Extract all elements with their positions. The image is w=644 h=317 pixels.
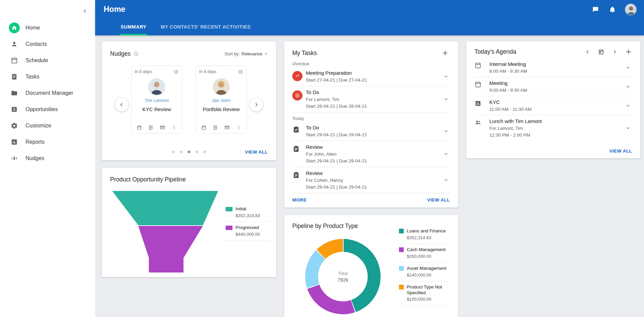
tasks-icon (9, 71, 20, 82)
info-icon[interactable] (134, 51, 139, 56)
column-right: Today's Agenda (466, 41, 640, 158)
folder-icon (9, 88, 20, 99)
task-for: For Lamont, Tim (306, 97, 442, 102)
tasks-view-all-link[interactable]: VIEW ALL (427, 197, 450, 202)
chevron-down-icon[interactable] (442, 95, 450, 103)
nudges-card: Nudges Sort by: Relevance (102, 41, 276, 160)
kebab-menu-icon[interactable] (236, 125, 241, 130)
chevron-down-icon[interactable] (442, 176, 450, 184)
agenda-item-title: Lunch with Tim Lamont (489, 118, 624, 124)
sidebar-item-label: Opportunities (25, 106, 58, 112)
agenda-calendar-icon[interactable] (598, 49, 604, 55)
contact-avatar[interactable] (149, 78, 165, 95)
agenda-row: Lunch with Tim Lamont For Lamont, Tim 12… (474, 115, 632, 141)
legend-swatch (226, 207, 232, 211)
agenda-item-title: KYC (489, 99, 624, 105)
tasks-section-label: Overdue (292, 61, 450, 66)
caret-down-icon (264, 52, 268, 56)
review-icon (292, 144, 306, 153)
agenda-next-button[interactable] (612, 50, 617, 54)
sidebar-item-customize[interactable]: Customize (0, 118, 95, 134)
mail-icon[interactable] (224, 125, 230, 130)
agenda-item-title: Internal Meeting (489, 61, 624, 67)
chevron-down-icon[interactable] (624, 64, 632, 71)
tab-summary[interactable]: SUMMARY (120, 19, 147, 35)
kebab-menu-icon[interactable] (172, 125, 177, 130)
legend-value: $352,314.83 (407, 235, 446, 240)
add-appointment-button[interactable] (625, 48, 632, 55)
sidebar-item-nudges[interactable]: Nudges (0, 150, 95, 166)
funnel-segment-progressed[interactable] (138, 226, 203, 272)
task-title: Review (306, 144, 442, 150)
carousel-dots (172, 151, 206, 153)
tasks-section-label: Today (292, 116, 450, 121)
carousel-dot[interactable] (172, 151, 175, 153)
calendar-icon[interactable] (201, 125, 206, 130)
main-area: Home SUMMARY MY CONTACTS' RECENT ACTIVIT… (95, 0, 644, 317)
legend-name: Initial (236, 206, 260, 212)
mail-icon[interactable] (160, 125, 165, 130)
chevron-down-icon[interactable] (624, 124, 632, 132)
agenda-prev-button[interactable] (586, 50, 590, 54)
agenda-item-for: For Lamont, Tim (489, 126, 624, 131)
task-title: To Do (306, 125, 442, 130)
contact-name-link[interactable]: Jan John (212, 98, 231, 103)
sidebar-item-tasks[interactable]: Tasks (0, 69, 95, 85)
carousel-dot[interactable] (195, 151, 198, 153)
calendar-icon[interactable] (137, 125, 142, 130)
gear-icon (9, 120, 20, 131)
task-row: To Do For Lamont, Tim Start 28-04-21 | D… (292, 86, 450, 112)
funnel-segment-initial[interactable] (112, 191, 218, 225)
contact-name-link[interactable]: Tim Lamont (145, 98, 169, 103)
nudge-task-title: KYC Review (142, 106, 171, 112)
tasks-more-link[interactable]: MORE (292, 197, 307, 202)
carousel-dot[interactable] (188, 151, 190, 153)
bell-icon[interactable] (608, 5, 617, 14)
sidebar-item-opportunities[interactable]: $ Opportunities (0, 101, 95, 118)
chevron-down-icon[interactable] (442, 72, 450, 80)
contact-avatar[interactable] (213, 78, 229, 95)
product-type-donut[interactable]: Total 792k (305, 239, 381, 314)
note-icon[interactable] (213, 125, 218, 130)
chevron-down-icon[interactable] (442, 150, 450, 158)
sidebar-collapse-button[interactable] (80, 5, 90, 16)
carousel-dot[interactable] (180, 151, 182, 153)
task-row: Meeting Preparation Start 27-04-21 | Due… (292, 67, 450, 86)
chevron-down-icon[interactable] (442, 127, 450, 135)
chevron-left-icon (83, 8, 88, 14)
sort-by-dropdown[interactable]: Sort by: Relevance (225, 51, 268, 56)
chat-icon[interactable] (591, 5, 600, 14)
carousel-prev-button[interactable] (115, 98, 128, 111)
carousel-dot[interactable] (203, 151, 206, 153)
note-icon[interactable] (148, 125, 153, 130)
chevron-left-icon (119, 102, 124, 107)
sidebar-item-contacts[interactable]: Contacts (0, 36, 95, 52)
history-icon[interactable] (173, 69, 179, 74)
sort-by-label: Sort by: (225, 51, 240, 56)
history-icon[interactable] (238, 69, 243, 74)
funnel-chart-title: Product Opportunity Pipeline (110, 176, 268, 183)
todays-agenda-card: Today's Agenda (466, 41, 640, 158)
avatar[interactable] (625, 4, 637, 15)
legend-item: Product Type Not Specified $100,000.00 (399, 281, 451, 306)
carousel-next-button[interactable] (249, 98, 263, 111)
legend-name: Product Type Not Specified (407, 284, 451, 296)
add-task-button[interactable] (440, 48, 450, 58)
task-for: For John, Allen (306, 152, 442, 157)
nudges-view-all-link[interactable]: VIEW ALL (245, 149, 268, 155)
tab-recent-activities[interactable]: MY CONTACTS' RECENT ACTIVITIES (160, 19, 251, 35)
legend-item: Asset Management $140,000.00 (399, 263, 451, 281)
nudge-card: In 5 days Tim Lamont KYC Review (131, 66, 182, 134)
chevron-down-icon[interactable] (624, 83, 632, 90)
home-icon (9, 22, 20, 33)
agenda-view-all-link[interactable]: VIEW ALL (609, 148, 632, 154)
funnel-legend: Initial $352,314.83 Progressed $440,000.… (226, 203, 270, 241)
sidebar-item-reports[interactable]: Reports (0, 134, 95, 150)
sidebar-item-document-manager[interactable]: Document Manager (0, 85, 95, 101)
chevron-down-icon[interactable] (624, 102, 632, 109)
legend-item: Loans and Finance $352,314.83 (399, 225, 451, 244)
sidebar-item-schedule[interactable]: Schedule (0, 52, 95, 69)
sidebar-item-home[interactable]: Home (0, 20, 95, 36)
nudge-icon (9, 153, 20, 164)
bar-chart-icon (474, 99, 489, 107)
